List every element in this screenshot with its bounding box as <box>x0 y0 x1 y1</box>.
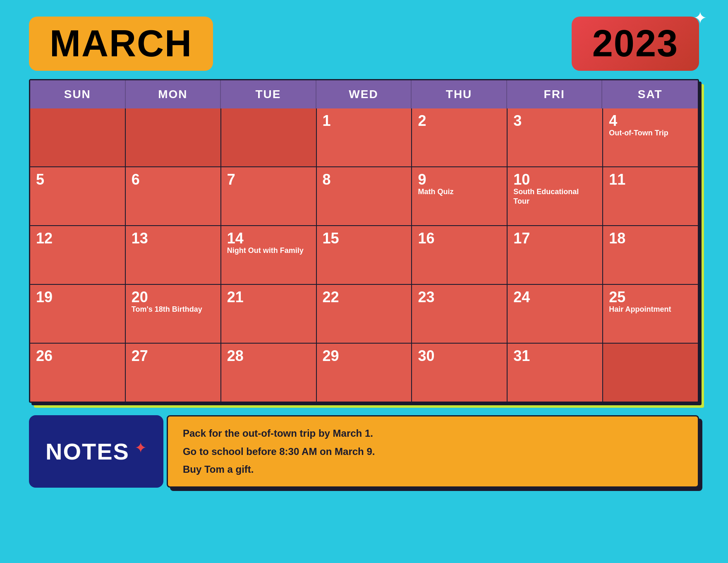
calendar-cell: 22 <box>317 285 412 343</box>
calendar-cell: 3 <box>508 108 602 166</box>
calendar-cell: 23 <box>412 285 507 343</box>
calendar-cell: 6 <box>126 167 220 225</box>
cell-date: 21 <box>227 290 310 305</box>
cell-date: 27 <box>132 349 215 363</box>
notes-section: NOTES ✦ Pack for the out-of-town trip by… <box>29 415 699 488</box>
sparkle-icon: ✦ <box>693 8 707 27</box>
day-header-fri: FRI <box>507 80 603 108</box>
cell-event: Out-of-Town Trip <box>609 129 668 137</box>
cell-date: 2 <box>418 113 501 128</box>
month-badge: MARCH <box>29 17 213 71</box>
calendar-cell: 30 <box>412 344 507 402</box>
header: MARCH 2023 ✦ <box>25 17 703 71</box>
calendar-cell <box>603 344 698 402</box>
calendar-cell: 19 <box>30 285 125 343</box>
cell-date: 24 <box>513 290 596 305</box>
day-header-sat: SAT <box>602 80 698 108</box>
calendar-cell: 2 <box>412 108 507 166</box>
page-container: MARCH 2023 ✦ SUN MON TUE WED THU FRI SAT… <box>0 0 728 563</box>
notes-badge: NOTES ✦ <box>29 415 163 488</box>
cell-date: 19 <box>36 290 119 305</box>
calendar-cell: 25Hair Appointment <box>603 285 698 343</box>
cell-date: 28 <box>227 349 310 363</box>
cell-date: 9 <box>418 172 501 187</box>
cell-date: 15 <box>323 231 406 246</box>
cell-date: 22 <box>323 290 406 305</box>
cell-date: 26 <box>36 349 119 363</box>
notes-sparkle-icon: ✦ <box>134 439 147 457</box>
notes-label: NOTES <box>46 438 129 465</box>
calendar-cell: 5 <box>30 167 125 225</box>
calendar-cell: 16 <box>412 226 507 284</box>
notes-content-wrapper: Pack for the out-of-town trip by March 1… <box>167 415 699 488</box>
calendar-cell <box>126 108 220 166</box>
calendar-cell: 9Math Quiz <box>412 167 507 225</box>
year-badge-wrapper: 2023 ✦ <box>572 17 699 71</box>
calendar-grid: 1234Out-of-Town Trip56789Math Quiz10Sout… <box>30 108 698 402</box>
cell-date: 16 <box>418 231 501 246</box>
calendar-cell: 10South Educational Tour <box>508 167 602 225</box>
calendar-cell <box>30 108 125 166</box>
calendar: SUN MON TUE WED THU FRI SAT 1234Out-of-T… <box>29 79 699 403</box>
calendar-cell: 18 <box>603 226 698 284</box>
cell-date: 8 <box>323 172 406 187</box>
calendar-cell: 24 <box>508 285 602 343</box>
cell-date: 18 <box>609 231 692 246</box>
calendar-cell: 8 <box>317 167 412 225</box>
cell-event: Hair Appointment <box>609 305 671 313</box>
cell-date: 7 <box>227 172 310 187</box>
cell-date: 11 <box>609 172 692 187</box>
day-header-wed: WED <box>316 80 412 108</box>
calendar-cell: 12 <box>30 226 125 284</box>
day-headers: SUN MON TUE WED THU FRI SAT <box>30 80 698 108</box>
calendar-cell: 20Tom's 18th Birthday <box>126 285 220 343</box>
calendar-cell: 15 <box>317 226 412 284</box>
calendar-cell: 21 <box>221 285 316 343</box>
cell-date: 30 <box>418 349 501 363</box>
cell-event: Tom's 18th Birthday <box>132 305 202 313</box>
notes-item: Pack for the out-of-town trip by March 1… <box>183 426 683 440</box>
cell-date: 17 <box>513 231 596 246</box>
calendar-cell: 4Out-of-Town Trip <box>603 108 698 166</box>
notes-item: Buy Tom a gift. <box>183 462 683 476</box>
calendar-wrapper: SUN MON TUE WED THU FRI SAT 1234Out-of-T… <box>29 79 699 403</box>
cell-date: 4 <box>609 113 692 128</box>
calendar-cell <box>221 108 316 166</box>
calendar-cell: 13 <box>126 226 220 284</box>
calendar-cell: 28 <box>221 344 316 402</box>
day-header-thu: THU <box>412 80 507 108</box>
calendar-cell: 11 <box>603 167 698 225</box>
cell-event: South Educational Tour <box>513 188 579 205</box>
day-header-tue: TUE <box>221 80 316 108</box>
calendar-cell: 31 <box>508 344 602 402</box>
calendar-cell: 29 <box>317 344 412 402</box>
year-badge: 2023 <box>572 17 699 71</box>
day-header-mon: MON <box>126 80 221 108</box>
notes-content: Pack for the out-of-town trip by March 1… <box>167 415 699 488</box>
cell-event: Night Out with Family <box>227 246 304 255</box>
notes-item: Go to school before 8:30 AM on March 9. <box>183 445 683 459</box>
cell-date: 6 <box>132 172 215 187</box>
calendar-cell: 27 <box>126 344 220 402</box>
cell-date: 3 <box>513 113 596 128</box>
cell-date: 31 <box>513 349 596 363</box>
cell-date: 23 <box>418 290 501 305</box>
calendar-cell: 26 <box>30 344 125 402</box>
cell-date: 12 <box>36 231 119 246</box>
cell-event: Math Quiz <box>418 188 453 196</box>
cell-date: 14 <box>227 231 310 246</box>
day-header-sun: SUN <box>30 80 126 108</box>
cell-date: 29 <box>323 349 406 363</box>
cell-date: 1 <box>323 113 406 128</box>
calendar-cell: 14Night Out with Family <box>221 226 316 284</box>
cell-date: 10 <box>513 172 596 187</box>
cell-date: 5 <box>36 172 119 187</box>
calendar-cell: 17 <box>508 226 602 284</box>
calendar-cell: 7 <box>221 167 316 225</box>
cell-date: 20 <box>132 290 215 305</box>
cell-date: 13 <box>132 231 215 246</box>
calendar-cell: 1 <box>317 108 412 166</box>
cell-date: 25 <box>609 290 692 305</box>
